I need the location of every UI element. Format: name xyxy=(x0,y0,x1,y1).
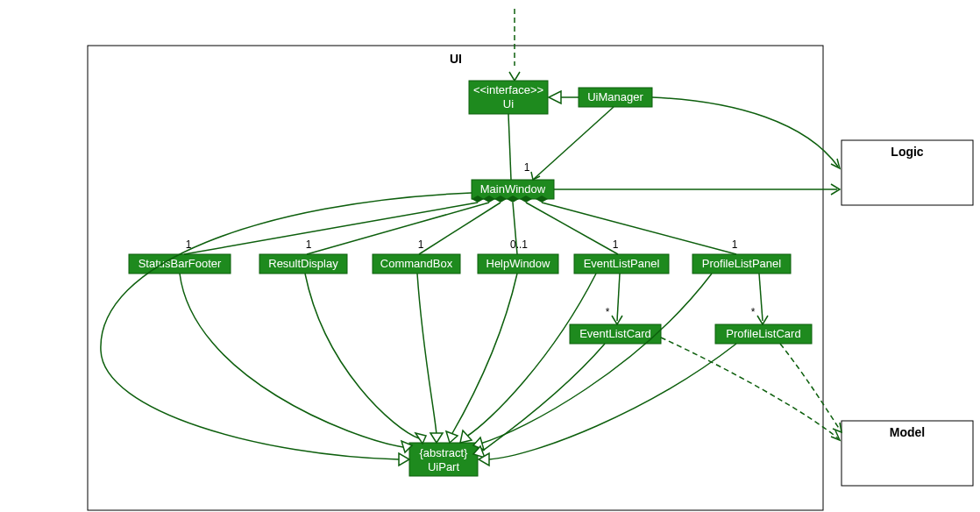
class-mainwindow-label: MainWindow xyxy=(480,182,546,196)
gen-cb-uipart-tri xyxy=(430,433,443,443)
gen-plc-uipart xyxy=(489,344,736,459)
assoc-elp-elc xyxy=(617,274,620,321)
gen-elp-uipart-tri xyxy=(460,430,472,443)
dep-plc-model-arrow xyxy=(833,423,842,432)
gen-rd-uipart xyxy=(305,274,419,438)
class-ui-stereo: <<interface>> xyxy=(473,83,543,96)
class-uipart-stereo: {abstract} xyxy=(420,446,469,459)
gen-hw-uipart xyxy=(451,274,517,435)
class-uipart-label: UiPart xyxy=(428,460,460,473)
comp-mw-sbf xyxy=(184,203,478,254)
dep-plc-model xyxy=(780,344,840,430)
assoc-uimanager-mainwindow xyxy=(533,107,614,180)
class-ui-label: Ui xyxy=(503,97,514,110)
assoc-plp-plc xyxy=(759,274,763,321)
gen-hw-uipart-tri xyxy=(446,431,458,443)
gen-mw-uipart xyxy=(101,193,472,459)
class-uimanager-label: UiManager xyxy=(587,90,643,103)
mult-plp: 1 xyxy=(732,238,738,251)
dep-external-ui-arrow xyxy=(509,72,520,81)
gen-cb-uipart xyxy=(417,274,437,435)
gen-elp-uipart xyxy=(466,274,596,437)
class-helpwindow-label: HelpWindow xyxy=(486,257,551,270)
class-profilelistpanel-label: ProfileListPanel xyxy=(702,257,781,270)
class-resultdisplay-label: ResultDisplay xyxy=(268,257,338,270)
gen-mw-uipart-tri xyxy=(399,453,409,466)
package-ui xyxy=(88,46,823,510)
mult-cb: 1 xyxy=(418,238,424,251)
dep-elc-model-arrow xyxy=(831,430,840,440)
uml-diagram: UI Logic Model <<interface>> Ui UiManage… xyxy=(0,0,980,512)
realization-uimanager-ui-tri xyxy=(549,91,561,103)
line-ui-mainwindow xyxy=(508,114,511,180)
class-logic-label: Logic xyxy=(891,145,924,159)
mult-mw: 1 xyxy=(524,161,530,174)
mult-elp: 1 xyxy=(613,238,619,251)
assoc-uimanager-logic xyxy=(652,97,838,167)
class-profilelistcard-label: ProfileListCard xyxy=(726,327,800,340)
class-model-label: Model xyxy=(890,425,925,439)
mult-plc: * xyxy=(751,306,756,318)
mult-hw: 0..1 xyxy=(510,238,528,251)
class-statusbarfooter-label: StatusBarFooter xyxy=(138,257,222,270)
class-eventlistcard-label: EventListCard xyxy=(579,327,651,340)
class-eventlistpanel-label: EventListPanel xyxy=(584,257,660,270)
dep-elc-model xyxy=(661,338,838,438)
assoc-uimanager-mainwindow-arrow xyxy=(531,172,540,180)
mult-elc: * xyxy=(606,306,610,318)
package-label: UI xyxy=(450,52,462,66)
gen-plp-uipart xyxy=(480,274,712,444)
mult-rd: 1 xyxy=(306,238,312,251)
gen-sbf-uipart xyxy=(180,274,403,447)
gen-rd-uipart-tri xyxy=(415,433,426,444)
class-commandbox-label: CommandBox xyxy=(380,257,453,270)
